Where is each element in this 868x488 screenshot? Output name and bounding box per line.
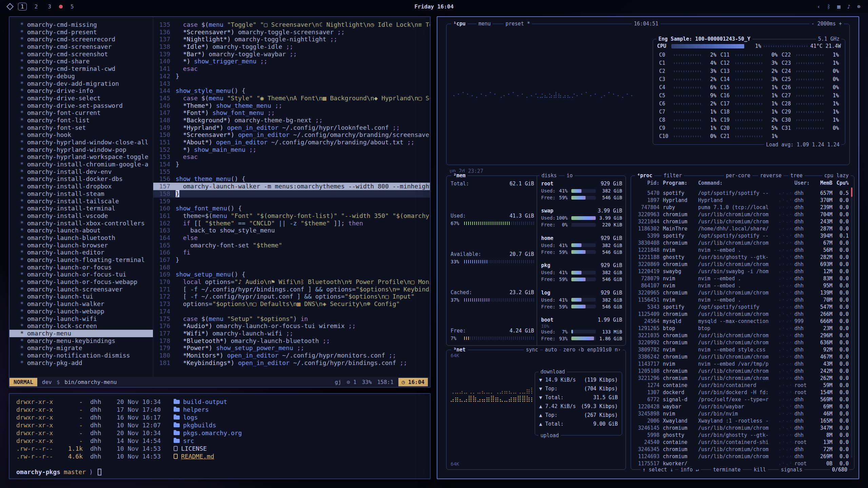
- process-row[interactable]: 3221035chromium/usr/lib/chromium/chrom⠄⠂…: [635, 332, 849, 339]
- file-item[interactable]: *omarchy-font-current: [9, 109, 153, 117]
- file-item[interactable]: *omarchy-font-set: [9, 124, 153, 131]
- code-line[interactable]: 146 *Theme*) show_theme_menu ;;: [153, 102, 430, 109]
- file-item[interactable]: *omarchy-cmd-screenshot: [9, 50, 153, 58]
- reverse-toggle[interactable]: reverse: [758, 172, 784, 179]
- code-line[interactable]: 136 *Screensaver*) omarchy-toggle-screen…: [153, 28, 430, 36]
- process-row[interactable]: 5998ghostty/usr/bin/ghostty --gtk-⠄⠂⠄⠂⠄⠂…: [635, 431, 849, 439]
- code-line[interactable]: 142}: [153, 73, 430, 80]
- process-row[interactable]: 1274containe/usr/bin/containerd⠄⠂⠄⠂⠄⠂⠄⠂⠄…: [635, 382, 849, 389]
- code-line[interactable]: 135 case $(menu "Toggle" "▢ Screensaver\…: [153, 21, 430, 28]
- process-row[interactable]: 1220428waybar/usr/bin/waybar⠄⠂⠄⠂⠄⠂⠄⠂⠄⠂⠄⠂…: [635, 403, 849, 410]
- file-item[interactable]: *omarchy-drive-select: [9, 95, 153, 102]
- code-line[interactable]: 156show_theme_menu() {: [153, 175, 430, 183]
- code-line[interactable]: 144show_style_menu() {: [153, 87, 430, 95]
- process-row[interactable]: 1124693chromium/usr/lib/chromium/chrom⠄⠂…: [635, 453, 849, 460]
- process-row[interactable]: 1220419swaybg/usr/bin/swaybg -i /hom⠄⠂⠄⠂…: [635, 268, 849, 275]
- code-line[interactable]: 160show_font_menu() {: [153, 205, 430, 212]
- process-row[interactable]: 747804rubypuma 7.1.0 (tcp://local⠄⠂⠄⠂⠄⠂⠄…: [635, 204, 849, 211]
- file-item[interactable]: *omarchy-drive-set-password: [9, 102, 153, 109]
- code-line[interactable]: 138 *Idle*) omarchy-toggle-idle ;;: [153, 43, 430, 50]
- terminal-window[interactable]: drwxr-xr-x-dhh20 Nov 10:34build-outputdr…: [9, 393, 431, 479]
- code-line[interactable]: 181 *Keybindings*) open_in_editor ~/.con…: [153, 359, 430, 367]
- net-sync-button[interactable]: sync: [524, 346, 540, 353]
- code-line[interactable]: 145 case $(menu "Style" "◉ Theme\nA Font…: [153, 95, 430, 102]
- cpu-panel-title[interactable]: ¹cpu: [451, 20, 468, 27]
- code-line[interactable]: 158}: [153, 190, 430, 198]
- workspace-5[interactable]: 5: [68, 3, 76, 10]
- workspace-1[interactable]: 1: [18, 3, 27, 11]
- file-item[interactable]: *omarchy-launch-tui: [9, 293, 153, 300]
- code-line[interactable]: 180 *Monitors*) open_in_editor ~/.config…: [153, 352, 430, 359]
- process-row[interactable]: 3246145chromium/usr/lib/chromium/chrom⠄⠂…: [635, 424, 849, 431]
- code-line[interactable]: 157 omarchy-launch-walker -m menus:omarc…: [153, 183, 430, 190]
- signals-key[interactable]: signals: [779, 466, 804, 473]
- terminate-key[interactable]: terminate: [711, 466, 743, 473]
- code-line[interactable]: 152 *) show_main_menu ;;: [153, 146, 430, 154]
- update-interval-control[interactable]: - 2000ms +: [809, 20, 844, 27]
- file-item[interactable]: *omarchy-hyprland-window-pop: [9, 146, 153, 154]
- code-line[interactable]: 159: [153, 198, 430, 205]
- file-item[interactable]: *omarchy-hyprland-workspace-toggle: [9, 153, 153, 161]
- code-line[interactable]: 147 *Font*) show_font_menu ;;: [153, 109, 430, 117]
- process-row[interactable]: 3830408chromium/usr/lib/chromium/chrom⠄⠂…: [635, 239, 849, 246]
- process-row[interactable]: 3809782nvimnvim --embed style.css⠄⠂⠄⠂⠄⠂⠄…: [635, 346, 849, 353]
- process-row[interactable]: 3220965chromium/usr/lib/chromium/chrom⠄⠂…: [635, 289, 849, 296]
- code-line[interactable]: 165 omarchy-font-set "$theme": [153, 242, 430, 249]
- code-line[interactable]: 143: [153, 80, 430, 87]
- process-row[interactable]: 3386242chromium/usr/lib/chromium/chrom⠄⠂…: [635, 353, 849, 360]
- file-item[interactable]: *omarchy-notification-dismiss: [9, 352, 153, 359]
- file-item[interactable]: *omarchy-install-vscode: [9, 212, 153, 220]
- code-line[interactable]: 174: [153, 308, 430, 315]
- process-row[interactable]: 1143717nvimnvim --embed /var/tmp/p⠄⠂⠄⠂⠄⠂…: [635, 360, 849, 367]
- kill-key[interactable]: kill: [752, 466, 768, 473]
- file-item[interactable]: *omarchy-launch-walker: [9, 300, 153, 308]
- process-panel-title[interactable]: ⁴proc: [635, 172, 654, 179]
- file-item[interactable]: *omarchy-cmd-missing: [9, 21, 153, 28]
- process-row[interactable]: 3221296chromium/usr/lib/chromium/chrom⠄⠂…: [635, 374, 849, 382]
- process-row[interactable]: 1307dockerd/usr/bin/dockerd -H fd:⠄⠂⠄⠂⠄⠂…: [635, 389, 849, 396]
- code-line[interactable]: 163 back_to show_style_menu: [153, 227, 430, 234]
- file-item[interactable]: *omarchy-launch-or-focus: [9, 264, 153, 271]
- file-item[interactable]: *omarchy-hyprland-window-close-all: [9, 139, 153, 146]
- file-item[interactable]: *omarchy-install-dropbox: [9, 183, 153, 190]
- net-interface-switcher[interactable]: ‹b enp191s0 n›: [576, 346, 623, 353]
- code-line[interactable]: 171 [ -f ~/.config/hypr/bindings.conf ] …: [153, 286, 430, 293]
- shell-prompt[interactable]: omarchy-pkgs master ): [16, 468, 423, 476]
- process-row[interactable]: 1221188ghostty/usr/bin/ghostty --gtk-⠄⠂⠄…: [635, 253, 849, 261]
- process-row[interactable]: 6772signal-d/proc/self/exe --type=r⠄⠂⠄⠂⠄…: [635, 396, 849, 403]
- code-line[interactable]: 149 *Hyprland*) open_in_editor ~/.config…: [153, 124, 430, 131]
- audio-icon[interactable]: ♪: [847, 3, 851, 10]
- code-line[interactable]: 170 local options="♪ Audio\n⚑ Wifi\nᛒ Bl…: [153, 278, 430, 286]
- process-row[interactable]: 3246345chromium/usr/lib/chromium/chrom⠄⠂…: [635, 446, 849, 453]
- code-line[interactable]: 179 *Power*) show_setup_power_menu ;;: [153, 344, 430, 352]
- filter-button[interactable]: filter: [662, 172, 684, 179]
- process-row[interactable]: 1175517kworker/⠄⠂⠄⠂⠄⠂⠄⠂⠄⠂⠄⠂⠄⠂⠄⠂⠄⠂⠄⠂⠄⠂⠄⠂⠄…: [635, 460, 849, 465]
- file-item[interactable]: *omarchy-cmd-present: [9, 28, 153, 36]
- code-line[interactable]: 141 esac: [153, 65, 430, 73]
- workspace-3[interactable]: 3: [45, 3, 54, 10]
- process-row[interactable]: 728079nvimnvim --embed .⠄⠂⠄⠂⠄⠂⠄⠂⠄⠂⠄⠂⠄⠂⠄⠂…: [635, 275, 849, 282]
- code-line[interactable]: 177 *Wifi*) omarchy-launch-wifi ;;: [153, 330, 430, 337]
- process-row[interactable]: 3220963chromium/usr/lib/chromium/chrom⠄⠂…: [635, 211, 849, 218]
- process-row[interactable]: 1156451nvimnvim --embed .⠄⠂⠄⠂⠄⠂⠄⠂⠄⠂⠄⠂⠄⠂⠄…: [635, 296, 849, 303]
- code-line[interactable]: 168: [153, 264, 430, 271]
- process-row[interactable]: 1125409chromium/usr/lib/chromium/chrom⠄⠂…: [635, 310, 849, 318]
- process-row[interactable]: 1221848nvimnvim --embed .⠄⠂⠄⠂⠄⠂⠄⠂⠄⠂⠄⠂⠄⠂⠄…: [635, 246, 849, 253]
- file-item[interactable]: *omarchy-launch-editor: [9, 249, 153, 256]
- workspace-2[interactable]: 2: [32, 3, 40, 10]
- file-item[interactable]: *omarchy-install-steam: [9, 190, 153, 198]
- file-item[interactable]: *omarchy-launch-screensaver: [9, 286, 153, 293]
- file-item[interactable]: *omarchy-cmd-terminal-cwd: [9, 65, 153, 73]
- code-line[interactable]: 161 theme=$(menu "Font" "$(omarchy-font-…: [153, 212, 430, 220]
- code-line[interactable]: 162 if [[ "$theme" == "CNCLD" || -z "$th…: [153, 220, 430, 227]
- code-line[interactable]: 151 *About*) open_in_editor ~/.config/om…: [153, 139, 430, 146]
- file-item[interactable]: *omarchy-migrate: [9, 344, 153, 352]
- chevron-left-icon[interactable]: ‹: [817, 3, 821, 10]
- per-core-toggle[interactable]: per-core: [724, 172, 752, 179]
- sort-mode[interactable]: cpu lazy: [822, 172, 851, 179]
- file-item[interactable]: *omarchy-launch-webapp: [9, 308, 153, 315]
- process-row[interactable]: 3220869chromium/usr/lib/chromium/chrom⠄⠂…: [635, 261, 849, 268]
- preset-button[interactable]: preset *: [504, 20, 532, 27]
- network-panel-title[interactable]: ³net: [451, 346, 468, 353]
- code-line[interactable]: 178 *Bluetooth*) omarchy-launch-bluetoot…: [153, 337, 430, 345]
